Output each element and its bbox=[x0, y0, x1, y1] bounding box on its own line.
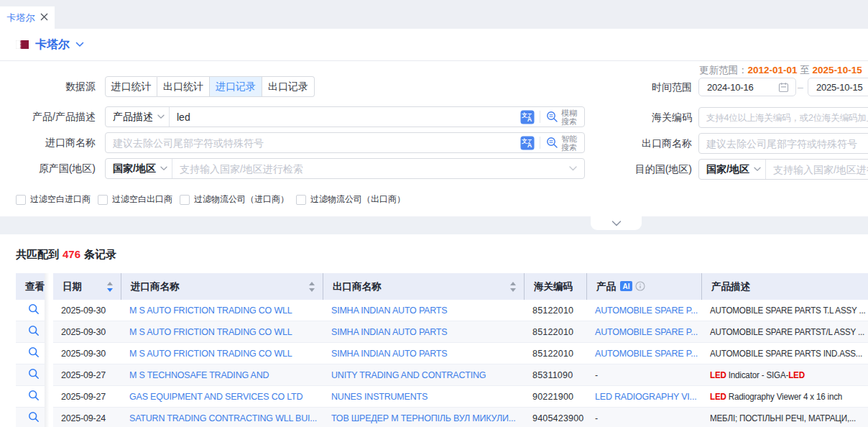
column-label: 产品 bbox=[596, 281, 616, 292]
description-text: AUTOMOBILE SPARE PARTST/L ASSY ... bbox=[710, 327, 864, 337]
sort-carets[interactable] bbox=[309, 282, 315, 292]
cell-hs-code: 85122010 bbox=[525, 343, 587, 364]
product-link[interactable]: LED RADIOGRAPHY VI... bbox=[595, 392, 696, 402]
cell-importer: SATURN TRADING CONTRACTING WLL BUI... bbox=[121, 408, 323, 427]
product-mode-select[interactable]: 产品描述 bbox=[106, 107, 170, 127]
origin-country-input[interactable] bbox=[172, 159, 569, 178]
column-header-view: 查看 bbox=[16, 273, 45, 300]
view-record-button[interactable] bbox=[16, 300, 45, 321]
view-record-button[interactable] bbox=[16, 343, 45, 364]
column-header-exporter[interactable]: 出口商名称 bbox=[323, 273, 525, 300]
filter-checkbox[interactable]: 过滤空白进口商 bbox=[16, 193, 91, 206]
importer-link[interactable]: GAS EQUIPMENT AND SERVICES CO LTD bbox=[129, 392, 303, 402]
magnifier-icon[interactable] bbox=[28, 303, 40, 315]
results-table-wrap: 查看日期进口商名称出口商名称海关编码产品AI产品描述 2025-09-30M S… bbox=[16, 273, 868, 427]
view-record-button[interactable] bbox=[16, 408, 45, 427]
cell-product: AUTOMOBILE SPARE P... bbox=[587, 321, 702, 343]
cell-exporter: UNITY TRADING AND CONTRACTING bbox=[323, 364, 525, 386]
exporter-input[interactable] bbox=[699, 134, 868, 153]
checkbox-box[interactable] bbox=[98, 195, 108, 205]
importer-link[interactable]: M S AUTO FRICTION TRADING CO WLL bbox=[129, 327, 292, 337]
description-content: LED Indicator - SIGA-LED bbox=[710, 370, 805, 380]
sort-carets[interactable] bbox=[107, 282, 114, 292]
importer-link[interactable]: SATURN TRADING CONTRACTING WLL BUI... bbox=[129, 413, 317, 423]
filter-checkbox[interactable]: 过滤空白出口商 bbox=[98, 193, 172, 206]
dest-country-mode: 国家/地区 bbox=[706, 163, 749, 176]
cell-exporter: NUNES INSTRUMENTS bbox=[323, 386, 525, 408]
product-link[interactable]: AUTOMOBILE SPARE P... bbox=[595, 349, 698, 359]
cell-exporter: SIMHA INDIAN AUTO PARTS bbox=[323, 300, 525, 321]
exporter-link[interactable]: SIMHA INDIAN AUTO PARTS bbox=[331, 306, 447, 316]
results-panel: 共匹配到476条记录 查看日期进口商名称出口商名称海关编码产品AI产品描述 20… bbox=[0, 234, 868, 427]
magnifier-icon[interactable] bbox=[28, 346, 40, 358]
sort-carets[interactable] bbox=[510, 282, 517, 292]
time-range-label: 时间范围 bbox=[573, 77, 692, 98]
cell-importer: M S AUTO FRICTION TRADING CO WLL bbox=[121, 300, 323, 321]
column-header-importer[interactable]: 进口商名称 bbox=[121, 273, 323, 300]
importer-control: 文A 智能搜索 bbox=[105, 132, 585, 153]
exporter-link[interactable]: UNITY TRADING AND CONTRACTING bbox=[331, 370, 486, 380]
product-link[interactable]: AUTOMOBILE SPARE P... bbox=[595, 306, 698, 316]
info-circle-icon[interactable] bbox=[635, 281, 645, 291]
exporter-link[interactable]: NUNES INSTRUMENTS bbox=[331, 392, 428, 402]
translate-icon[interactable]: 文A bbox=[515, 133, 540, 152]
filter-checkbox[interactable]: 过滤物流公司（进口商） bbox=[180, 193, 289, 206]
datasource-option[interactable]: 进口统计 bbox=[105, 76, 157, 97]
checkbox-box[interactable] bbox=[296, 195, 306, 205]
dest-country-input[interactable] bbox=[766, 160, 868, 179]
chevron-down-icon[interactable] bbox=[75, 42, 84, 47]
exporter-link[interactable]: ТОВ ШРЕДЕР М ТЕРНОПІЛЬ ВУЛ МИКУЛИ... bbox=[331, 413, 516, 423]
country-name[interactable]: 卡塔尔 bbox=[35, 37, 70, 52]
exporter-link[interactable]: SIMHA INDIAN AUTO PARTS bbox=[331, 327, 447, 337]
datasource-option[interactable]: 出口统计 bbox=[157, 76, 210, 97]
importer-input[interactable] bbox=[106, 133, 515, 152]
cell-description: AUTOMOBILE SPARE PARTS T.L ASSY ... bbox=[702, 300, 868, 321]
magnifier-icon[interactable] bbox=[28, 411, 40, 423]
magnifier-icon[interactable] bbox=[28, 325, 40, 336]
view-record-button[interactable] bbox=[16, 364, 45, 386]
translate-icon[interactable]: 文A bbox=[515, 107, 540, 127]
table-row: 2025-09-30M S AUTO FRICTION TRADING CO W… bbox=[16, 343, 868, 364]
date-end-input[interactable]: 2025-10-15 bbox=[808, 78, 868, 96]
view-record-button[interactable] bbox=[16, 386, 45, 408]
ai-badge: AI bbox=[620, 281, 632, 291]
origin-country-select[interactable]: 国家/地区 bbox=[106, 159, 172, 178]
exporter-link[interactable]: SIMHA INDIAN AUTO PARTS bbox=[331, 349, 447, 359]
datasource-label: 数据源 bbox=[0, 76, 96, 97]
product-link[interactable]: AUTOMOBILE SPARE P... bbox=[595, 327, 698, 337]
table-row: 2025-09-27M S TECHNOSAFE TRADING ANDUNIT… bbox=[16, 364, 868, 386]
match-prefix: 共匹配到 bbox=[16, 248, 59, 260]
dest-country-select[interactable]: 国家/地区 bbox=[699, 160, 766, 179]
importer-label: 进口商名称 bbox=[0, 132, 96, 153]
datasource-segmented: 进口统计出口统计进口记录出口记录 bbox=[105, 76, 315, 97]
hs-code-input[interactable] bbox=[699, 108, 868, 127]
importer-link[interactable]: M S AUTO FRICTION TRADING CO WLL bbox=[129, 349, 292, 359]
view-record-button[interactable] bbox=[16, 321, 45, 343]
table-row: 2025-09-30M S AUTO FRICTION TRADING CO W… bbox=[16, 321, 868, 343]
magnifier-icon[interactable] bbox=[28, 390, 40, 401]
collapse-filters-button[interactable] bbox=[591, 216, 642, 230]
origin-country-mode: 国家/地区 bbox=[113, 162, 156, 175]
column-label: 进口商名称 bbox=[131, 281, 180, 292]
cell-exporter: SIMHA INDIAN AUTO PARTS bbox=[323, 343, 525, 364]
datasource-option[interactable]: 出口记录 bbox=[262, 76, 315, 97]
importer-link[interactable]: M S TECHNOSAFE TRADING AND bbox=[129, 370, 269, 380]
filter-checkbox[interactable]: 过滤物流公司（出口商） bbox=[296, 193, 405, 206]
fixed-column-gap bbox=[45, 343, 53, 364]
column-header-date[interactable]: 日期 bbox=[53, 273, 121, 300]
tab-qatar[interactable]: 卡塔尔 bbox=[0, 6, 55, 29]
magnifier-icon[interactable] bbox=[28, 368, 40, 380]
fixed-column-gap bbox=[45, 408, 53, 427]
checkbox-box[interactable] bbox=[180, 195, 190, 205]
close-icon[interactable] bbox=[40, 12, 48, 22]
description-text: Radiography Viewer 4 x 16 inch bbox=[726, 392, 842, 402]
product-input[interactable] bbox=[170, 107, 515, 127]
column-header-hs: 海关编码 bbox=[525, 273, 587, 300]
svg-text:文: 文 bbox=[521, 111, 527, 118]
product-control: 产品描述 文A 模糊搜索 bbox=[105, 106, 585, 127]
checkbox-box[interactable] bbox=[16, 195, 26, 205]
date-start-input[interactable]: 2024-10-16 bbox=[698, 78, 796, 96]
checkbox-label: 过滤空白进口商 bbox=[30, 193, 91, 206]
importer-link[interactable]: M S AUTO FRICTION TRADING CO WLL bbox=[129, 306, 292, 316]
datasource-option[interactable]: 进口记录 bbox=[210, 76, 262, 97]
